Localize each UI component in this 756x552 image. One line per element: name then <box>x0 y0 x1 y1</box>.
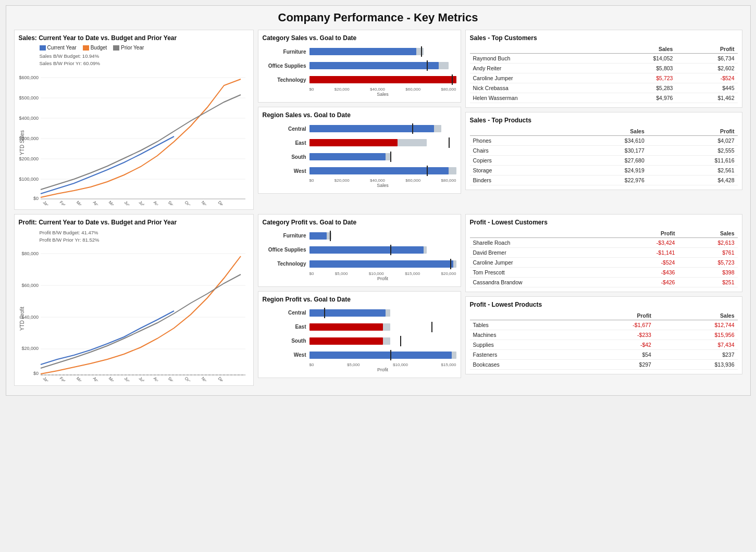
svg-text:February: February <box>58 376 73 381</box>
category-sales-chart: Furniture Office Supplies <box>263 45 456 98</box>
svg-text:$20,000: $20,000 <box>21 346 39 351</box>
top-row: Sales: Current Year to Date vs. Budget a… <box>14 30 742 210</box>
table-row: Raymond Buch $14,052 $6,734 <box>470 54 738 64</box>
category-sales-panel: Category Sales vs. Goal to Date Furnitur… <box>258 30 461 103</box>
svg-text:November: November <box>200 376 217 381</box>
svg-text:February: February <box>58 200 73 205</box>
bar-row-technology: Technology <box>263 74 456 85</box>
svg-text:$60,000: $60,000 <box>21 283 39 288</box>
sales-annotation-1: Sales B/W Budget: 10.94% <box>40 53 100 59</box>
sales-annotation: Sales B/W Budget: 10.94% Sales B/W Prior… <box>40 53 249 68</box>
table-row: Phones $34,610 $4,027 <box>470 136 738 146</box>
profit-annotation-2: Profit B/W Prior Yr: 81.52% <box>40 237 100 243</box>
table-row: Storage $24,919 $2,561 <box>470 166 738 175</box>
bar-marker-office-supplies <box>427 60 428 71</box>
svg-text:November: November <box>200 200 217 205</box>
dashboard: Company Performance - Key Metrics Sales:… <box>6 5 751 396</box>
bar-row-west-sales: West <box>263 165 456 177</box>
bar-area-office-profit <box>309 244 456 256</box>
lowest-products-table: Profit Sales Tables -$1,677 $12,744Machi… <box>470 311 738 370</box>
table-row: Caroline Jumper -$524 $5,723 <box>470 257 738 267</box>
table-row: Sharelle Roach -$3,424 $2,613 <box>470 237 738 247</box>
bar-marker-east <box>449 137 450 148</box>
svg-text:May: May <box>107 200 116 205</box>
svg-text:Septemb…: Septemb… <box>167 376 185 381</box>
region-sales-title: Region Sales vs. Goal to Date <box>263 111 456 119</box>
svg-text:May: May <box>107 376 116 381</box>
region-sales-chart: Central East <box>263 122 456 189</box>
bottom-row: Profit: Current Year to Date vs. Budget … <box>14 214 742 386</box>
bar-row-east-profit: East <box>263 321 456 333</box>
bar-fg-office-supplies <box>309 62 439 69</box>
prior-year-color <box>113 45 119 51</box>
table-row: Cassandra Brandow -$426 $251 <box>470 277 738 287</box>
profit-chart-panel: Profit: Current Year to Date vs. Budget … <box>14 214 254 386</box>
legend-current-year: Current Year <box>40 45 77 51</box>
lowest-customers-title: Profit - Lowest Customers <box>470 219 738 226</box>
table-row: Tables -$1,677 $12,744 <box>470 320 738 330</box>
right-bottom-panels: Profit - Lowest Customers Profit Sales S… <box>465 214 742 386</box>
main-title: Company Performance - Key Metrics <box>14 11 742 24</box>
svg-text:April: April <box>92 200 101 205</box>
region-profit-title: Region Profit vs. Goal to Date <box>263 296 456 303</box>
svg-text:March: March <box>75 376 86 381</box>
svg-text:October: October <box>183 376 197 381</box>
svg-text:Septemb…: Septemb… <box>167 200 185 205</box>
legend-prior-year: Prior Year <box>113 45 144 51</box>
profit-line-chart: $80,000 $60,000 $40,000 $20,000 $0 YTD P… <box>19 246 248 381</box>
bar-fg-central <box>309 125 435 132</box>
col-lp-name-header <box>470 311 575 320</box>
sales-legend: Current Year Budget Prior Year <box>40 45 249 51</box>
bar-area-technology <box>309 74 456 85</box>
sales-chart-panel: Sales: Current Year to Date vs. Budget a… <box>14 30 254 210</box>
bar-label-west-sales: West <box>263 168 309 174</box>
svg-text:August: August <box>152 200 165 205</box>
svg-text:August: August <box>152 376 165 381</box>
bar-label-east-sales: East <box>263 140 309 146</box>
bar-fg-south <box>309 153 386 160</box>
svg-text:$0: $0 <box>33 371 38 376</box>
bar-row-central-sales: Central <box>263 123 456 134</box>
svg-text:January: January <box>42 200 55 205</box>
bar-label-west-profit: West <box>263 352 309 358</box>
svg-text:$500,000: $500,000 <box>19 95 39 101</box>
bar-marker-technology <box>452 74 453 85</box>
svg-text:December: December <box>217 200 234 205</box>
col-lc-sales-header: Sales <box>678 229 737 238</box>
table-row: Nick Crebassa $5,283 $445 <box>470 83 738 93</box>
table-row: Machines -$233 $15,956 <box>470 330 738 340</box>
col-lc-name-header <box>470 229 614 238</box>
bar-label-south-profit: South <box>263 338 309 344</box>
svg-text:June: June <box>123 200 133 205</box>
bar-row-office-supplies: Office Supplies <box>263 60 456 71</box>
region-profit-panel: Region Profit vs. Goal to Date Central E… <box>258 291 461 378</box>
table-row: Fasteners $54 $237 <box>470 349 738 359</box>
table-row: Supplies -$42 $7,434 <box>470 340 738 349</box>
svg-text:June: June <box>123 376 133 381</box>
bar-label-east-profit: East <box>263 324 309 330</box>
svg-text:July: July <box>138 376 146 381</box>
cat-sales-axis-label: Sales <box>309 92 456 97</box>
svg-text:March: March <box>75 200 86 205</box>
table-row: Helen Wasserman $4,976 $1,462 <box>470 93 738 103</box>
legend-prior-year-label: Prior Year <box>121 45 144 51</box>
bar-area-office-supplies <box>309 60 456 71</box>
category-sales-title: Category Sales vs. Goal to Date <box>263 34 456 42</box>
col-sales-header: Sales <box>606 45 676 54</box>
bar-fg-east <box>309 139 398 146</box>
bar-area-east-sales <box>309 137 456 148</box>
sales-annotation-2: Sales B/W Prior Yr: 60.09% <box>40 60 101 66</box>
table-row: Binders $22,976 $4,428 <box>470 175 738 185</box>
category-profit-title: Category Profit vs. Goal to Date <box>263 219 456 226</box>
bar-fg-west <box>309 167 449 174</box>
category-profit-chart: Furniture Office Supplies <box>263 229 456 282</box>
profit-annotation-1: Profit B/W Budget: 41.47% <box>40 230 98 235</box>
svg-text:January: January <box>42 376 55 381</box>
bar-label-south-sales: South <box>263 154 309 160</box>
bar-marker-furniture <box>421 46 422 57</box>
svg-text:$0: $0 <box>33 196 38 201</box>
bar-area-furniture <box>309 46 456 57</box>
reg-profit-x-axis: $0$5,000$10,000$15,000 <box>309 362 456 367</box>
bar-area-furniture-profit <box>309 230 456 242</box>
reg-sales-x-axis: $0$20,000$40,000$60,000$80,000 <box>309 178 456 183</box>
